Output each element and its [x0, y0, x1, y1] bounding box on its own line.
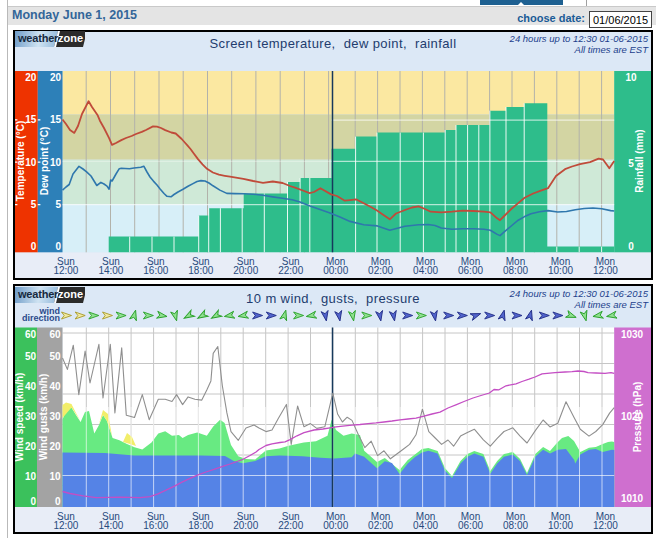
svg-text:10: 10	[50, 157, 62, 168]
svg-text:60: 60	[25, 329, 37, 340]
svg-text:5: 5	[31, 199, 37, 210]
svg-text:Temperature (°C): Temperature (°C)	[15, 121, 26, 202]
svg-text:20: 20	[25, 72, 37, 83]
svg-text:Dew point (°C): Dew point (°C)	[39, 127, 50, 195]
svg-text:10: 10	[625, 72, 637, 83]
svg-text:40: 40	[49, 381, 61, 392]
svg-text:0: 0	[628, 241, 634, 252]
svg-text:Wind gusts (km/h): Wind gusts (km/h)	[38, 374, 49, 461]
svg-text:Pressure (hPa): Pressure (hPa)	[632, 382, 643, 453]
svg-text:50: 50	[49, 351, 61, 362]
svg-text:20: 20	[50, 72, 62, 83]
svg-text:10: 10	[49, 471, 61, 482]
svg-text:15: 15	[50, 114, 62, 125]
svg-text:5: 5	[55, 199, 61, 210]
svg-text:40: 40	[25, 381, 37, 392]
svg-text:10: 10	[25, 471, 37, 482]
svg-text:60: 60	[49, 329, 61, 340]
svg-text:30: 30	[49, 411, 61, 422]
svg-text:10: 10	[25, 157, 37, 168]
svg-text:1030: 1030	[621, 329, 644, 340]
svg-text:1010: 1010	[621, 493, 644, 504]
svg-text:0: 0	[55, 496, 61, 507]
svg-text:15: 15	[25, 114, 37, 125]
svg-text:0: 0	[31, 241, 37, 252]
svg-text:Wind speed (km/h): Wind speed (km/h)	[15, 373, 25, 462]
svg-text:20: 20	[25, 441, 37, 452]
svg-text:Rainfall (mm): Rainfall (mm)	[634, 129, 645, 192]
svg-text:20: 20	[49, 441, 61, 452]
svg-text:0: 0	[55, 241, 61, 252]
svg-text:50: 50	[25, 351, 37, 362]
svg-text:0: 0	[30, 496, 36, 507]
svg-text:30: 30	[25, 411, 37, 422]
